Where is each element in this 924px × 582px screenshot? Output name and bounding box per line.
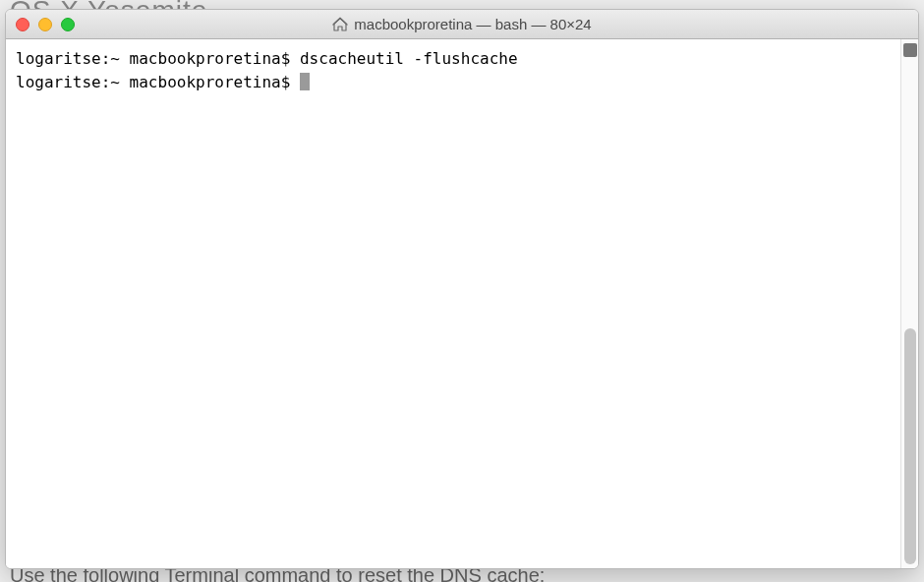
terminal-line: logaritse:~ macbookproretina$ — [16, 71, 891, 94]
home-icon — [332, 17, 348, 32]
titlebar: macbookproretina — bash — 80×24 — [6, 10, 918, 39]
scroll-thumb[interactable] — [904, 328, 916, 564]
terminal-line: logaritse:~ macbookproretina$ dscacheuti… — [16, 47, 891, 71]
scrollbar[interactable] — [900, 39, 918, 568]
cursor — [300, 73, 310, 90]
prompt: logaritse:~ macbookproretina$ — [16, 73, 300, 91]
traffic-lights — [6, 18, 75, 31]
title-wrap: macbookproretina — bash — 80×24 — [6, 10, 918, 38]
terminal-body[interactable]: logaritse:~ macbookproretina$ dscacheuti… — [6, 39, 900, 568]
terminal-window: macbookproretina — bash — 80×24 logarits… — [5, 9, 919, 569]
scroll-marker — [903, 43, 917, 57]
command: dscacheutil -flushcache — [300, 49, 518, 68]
content-wrap: logaritse:~ macbookproretina$ dscacheuti… — [6, 39, 918, 568]
minimize-button[interactable] — [38, 18, 52, 31]
maximize-button[interactable] — [61, 18, 75, 31]
window-title: macbookproretina — bash — 80×24 — [354, 16, 591, 32]
prompt: logaritse:~ macbookproretina$ — [16, 49, 300, 68]
close-button[interactable] — [16, 18, 29, 31]
